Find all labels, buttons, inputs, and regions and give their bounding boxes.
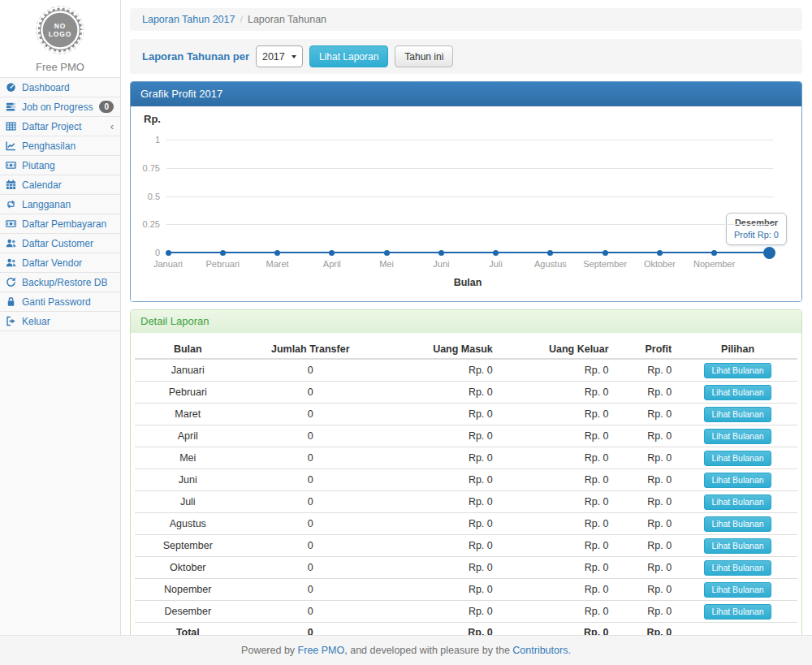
sign-out-icon xyxy=(6,316,18,326)
sidebar-item-daftar-vendor[interactable]: Daftar Vendor xyxy=(0,253,120,273)
sidebar-item-label: Piutang xyxy=(22,160,55,171)
cell-value: Rp. 0 xyxy=(615,535,679,557)
data-point-juli[interactable] xyxy=(493,250,499,256)
breadcrumb-current: Laporan Tahunan xyxy=(248,14,326,25)
breadcrumb-link-laporan-tahun[interactable]: Laporan Tahun 2017 xyxy=(142,14,235,25)
cell-value: Rp. 0 xyxy=(615,491,679,513)
users-icon xyxy=(6,257,18,268)
lihat-bulanan-button[interactable]: Lihat Bulanan xyxy=(704,473,771,488)
lihat-bulanan-button[interactable]: Lihat Bulanan xyxy=(704,560,771,576)
cell-value: 0 xyxy=(241,601,380,623)
cell-month: Juli xyxy=(135,491,241,513)
data-point-nopember[interactable] xyxy=(711,250,717,256)
cell-value: 0 xyxy=(241,469,380,491)
sidebar-item-ganti-password[interactable]: Ganti Password xyxy=(0,292,120,312)
data-point-april[interactable] xyxy=(329,250,335,256)
data-point-oktober[interactable] xyxy=(657,250,663,256)
chevron-left-icon: ‹ xyxy=(110,123,114,131)
lihat-bulanan-button[interactable]: Lihat Bulanan xyxy=(704,494,771,510)
sidebar-item-dashboard[interactable]: Dashboard xyxy=(0,78,120,97)
total-value: 0 xyxy=(241,623,380,636)
lihat-bulanan-button[interactable]: Lihat Bulanan xyxy=(704,516,771,532)
column-header-profit: Profit xyxy=(615,340,679,359)
sidebar-item-daftar-customer[interactable]: Daftar Customer xyxy=(0,234,120,253)
sidebar-menu: DashboardJob on Progress0Daftar Project‹… xyxy=(0,77,120,331)
sidebar-item-penghasilan[interactable]: Penghasilan xyxy=(0,136,120,156)
footer: Powered by Free PMO, and developed with … xyxy=(0,635,812,665)
data-point-agustus[interactable] xyxy=(547,250,553,256)
retweet-icon xyxy=(6,199,18,209)
sidebar-item-label: Job on Progress xyxy=(22,101,93,113)
cell-value: Rp. 0 xyxy=(380,557,499,579)
lihat-bulanan-button[interactable]: Lihat Bulanan xyxy=(704,429,771,444)
lihat-bulanan-button[interactable]: Lihat Bulanan xyxy=(704,363,771,378)
report-toolbar: Laporan Tahunan per 2017 Lihat Laporan T… xyxy=(130,39,802,74)
sidebar-item-backup-restore-db[interactable]: Backup/Restore DB xyxy=(0,273,120,292)
cell-value: Rp. 0 xyxy=(380,491,499,513)
cell-value: Rp. 0 xyxy=(499,382,615,404)
cell-value: 0 xyxy=(241,425,380,447)
table-row: Agustus0Rp. 0Rp. 0Rp. 0Lihat Bulanan xyxy=(135,513,797,535)
data-point-mei[interactable] xyxy=(384,250,390,256)
footer-link-contributors[interactable]: Contributors. xyxy=(512,645,571,656)
data-point-maret[interactable] xyxy=(274,250,280,256)
table-row: April0Rp. 0Rp. 0Rp. 0Lihat Bulanan xyxy=(135,425,797,447)
cell-value: Rp. 0 xyxy=(615,557,679,579)
y-tick-label: 0.75 xyxy=(134,163,160,173)
total-label: Total xyxy=(135,623,241,636)
sidebar-item-label: Daftar Customer xyxy=(22,238,93,249)
cell-value: 0 xyxy=(241,447,380,469)
line-chart-icon xyxy=(6,140,18,151)
sidebar-item-job-on-progress[interactable]: Job on Progress0 xyxy=(0,97,120,117)
sidebar-item-keluar[interactable]: Keluar xyxy=(0,312,120,331)
job-count-badge: 0 xyxy=(99,101,114,113)
total-value: Rp. 0 xyxy=(615,623,679,636)
data-point-pebruari[interactable] xyxy=(220,250,226,256)
sidebar-item-langganan[interactable]: Langganan xyxy=(0,195,120,214)
data-point-januari[interactable] xyxy=(166,250,171,256)
table-row: Desember0Rp. 0Rp. 0Rp. 0Lihat Bulanan xyxy=(135,601,797,623)
lihat-laporan-button[interactable]: Lihat Laporan xyxy=(309,45,388,67)
data-point-september[interactable] xyxy=(603,250,608,256)
sidebar-item-calendar[interactable]: Calendar xyxy=(0,175,120,195)
cell-value: Rp. 0 xyxy=(615,601,679,623)
x-tick-label: Nopember xyxy=(678,259,751,269)
lihat-bulanan-button[interactable]: Lihat Bulanan xyxy=(704,385,771,400)
column-header-jumlah-transfer: Jumlah Transfer xyxy=(241,340,380,359)
profit-chart-panel: Grafik Profit 2017 Rp. Bulan Desember Pr… xyxy=(130,81,802,302)
cell-value: 0 xyxy=(241,359,380,382)
sidebar-item-daftar-project[interactable]: Daftar Project‹ xyxy=(0,117,120,136)
cell-value: Rp. 0 xyxy=(499,491,615,513)
cell-value: Rp. 0 xyxy=(380,425,499,447)
sidebar-item-piutang[interactable]: Piutang xyxy=(0,156,120,175)
total-value: Rp. 0 xyxy=(499,623,615,636)
brand-name: Free PMO xyxy=(0,61,120,73)
sidebar-item-label: Daftar Vendor xyxy=(22,257,82,269)
lihat-bulanan-button[interactable]: Lihat Bulanan xyxy=(704,538,771,554)
tahun-ini-button[interactable]: Tahun ini xyxy=(395,45,453,67)
footer-text-middle: , and developed with pleasure by the xyxy=(344,645,512,656)
lihat-bulanan-button[interactable]: Lihat Bulanan xyxy=(704,407,771,422)
tasks-icon xyxy=(6,101,18,112)
lihat-bulanan-button[interactable]: Lihat Bulanan xyxy=(704,451,771,466)
footer-text-prefix: Powered by xyxy=(241,645,297,656)
cell-value: Rp. 0 xyxy=(380,535,499,557)
gridline xyxy=(166,224,773,225)
users-icon xyxy=(6,238,18,248)
refresh-icon xyxy=(6,277,18,287)
data-point-juni[interactable] xyxy=(438,250,444,256)
detail-panel-title: Detail Laporan xyxy=(131,310,801,333)
sidebar-item-daftar-pembayaran[interactable]: Daftar Pembayaran xyxy=(0,214,120,234)
year-select[interactable]: 2017 xyxy=(256,45,303,67)
cell-value: Rp. 0 xyxy=(499,579,615,601)
footer-link-free-pmo[interactable]: Free PMO xyxy=(298,645,345,656)
lihat-bulanan-button[interactable]: Lihat Bulanan xyxy=(704,582,771,598)
logo-area: NO LOGO Free PMO xyxy=(0,0,120,77)
cell-value: Rp. 0 xyxy=(499,601,615,623)
main-content: Laporan Tahun 2017/Laporan Tahunan Lapor… xyxy=(121,0,812,635)
cell-value: Rp. 0 xyxy=(380,579,499,601)
data-point-desember[interactable] xyxy=(763,247,775,259)
year-select-value: 2017 xyxy=(262,51,285,63)
cell-month: Agustus xyxy=(135,513,241,535)
lihat-bulanan-button[interactable]: Lihat Bulanan xyxy=(704,604,771,620)
